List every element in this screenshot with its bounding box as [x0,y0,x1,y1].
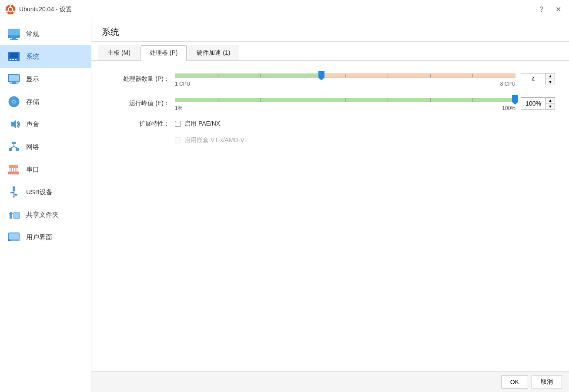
audio-icon [7,117,21,131]
sidebar-item-general[interactable]: 常规 [0,23,91,45]
sidebar-item-audio[interactable]: 声音 [0,113,91,136]
svg-rect-33 [17,168,17,172]
storage-icon [7,95,21,109]
sidebar-item-ui[interactable]: 用户界面 [0,226,91,249]
svg-rect-15 [9,75,19,81]
svg-rect-46 [11,239,20,241]
exec-cap-slider-track [175,96,515,104]
exec-cap-arrows: ▲ ▼ [546,98,555,109]
svg-point-3 [13,10,15,13]
cpu-count-up[interactable]: ▲ [546,73,555,79]
exec-cap-slider-thumb[interactable] [512,95,518,105]
cpu-count-slider-bg[interactable] [175,73,515,78]
svg-rect-13 [15,59,17,60]
tab-acceleration[interactable]: 硬件加速 (1) [187,45,239,60]
pae-checkbox-row: 启用 PAE/NX [175,120,244,128]
sidebar-label-audio: 声音 [26,120,39,129]
serial-icon [7,163,21,176]
vtx-checkbox[interactable] [175,137,181,143]
exec-cap-slider-bg[interactable] [175,98,515,102]
exec-cap-up[interactable]: ▲ [546,98,555,103]
sidebar-label-storage: 存储 [26,98,39,106]
main-layout: 常规 系统 [0,19,569,392]
svg-point-20 [13,101,15,103]
svg-rect-42 [13,213,20,219]
content-area: 系统 主板 (M) 处理器 (P) 硬件加速 (1) 处理器数量 (P)： [91,19,569,392]
ok-button[interactable]: OK [501,375,528,389]
tab-processor[interactable]: 处理器 (P) [141,45,187,61]
svg-rect-32 [15,168,16,172]
cpu-count-value: ▲ ▼ [521,73,555,85]
usb-icon [7,185,21,199]
tab-motherboard[interactable]: 主板 (M) [98,45,140,60]
svg-rect-45 [8,239,10,241]
ui-icon [7,230,21,244]
svg-rect-10 [10,53,18,58]
svg-rect-7 [12,38,16,39]
svg-marker-41 [13,196,15,198]
svg-rect-28 [8,172,19,174]
sidebar-item-usb[interactable]: USB设备 [0,181,91,203]
svg-rect-29 [10,168,10,172]
cancel-button[interactable]: 取消 [532,375,562,389]
svg-point-2 [10,5,12,7]
window-controls: ? ✕ [537,4,564,14]
pae-checkbox[interactable] [175,121,181,127]
tab-bar: 主板 (M) 处理器 (P) 硬件加速 (1) [91,42,569,61]
cpu-count-arrows: ▲ ▼ [546,73,555,85]
cpu-count-slider-thumb[interactable] [318,71,325,80]
extend-label: 扩展特性： [105,120,175,128]
svg-line-27 [14,146,17,148]
sidebar-label-ui: 用户界面 [26,233,52,242]
svg-rect-35 [13,186,15,191]
processor-tab-content: 处理器数量 (P)： [91,61,569,371]
svg-rect-44 [9,233,19,239]
svg-rect-12 [12,59,14,60]
sidebar-label-serial: 串口 [26,166,39,174]
sidebar-item-system[interactable]: 系统 [0,45,91,68]
close-button[interactable]: ✕ [553,4,564,14]
cpu-count-spinbox[interactable]: ▲ ▼ [521,73,555,85]
svg-rect-23 [9,148,12,151]
exec-cap-input[interactable] [521,98,546,109]
svg-rect-6 [8,29,20,35]
sidebar-item-storage[interactable]: 存储 [0,90,91,113]
sidebar-label-shared: 共享文件夹 [26,211,59,219]
sidebar-label-display: 显示 [26,75,39,83]
svg-rect-17 [10,83,18,84]
svg-marker-21 [11,120,16,129]
exec-cap-value: ▲ ▼ [521,97,555,110]
window-title: Ubuntu20.04 - 设置 [19,6,72,13]
app-icon [5,4,16,15]
title-bar: Ubuntu20.04 - 设置 ? ✕ [0,0,569,19]
help-button[interactable]: ? [537,5,546,14]
sidebar: 常规 系统 [0,19,91,392]
sidebar-item-serial[interactable]: 串口 [0,158,91,181]
svg-rect-24 [16,148,19,151]
sidebar-item-display[interactable]: 显示 [0,68,91,90]
general-icon [7,27,21,41]
exec-cap-row: 运行峰值 (E)： [105,96,555,111]
sidebar-item-shared[interactable]: 共享文件夹 [0,203,91,226]
vtx-checkbox-row: 启用嵌套 VT-x/AMD-V [175,136,244,144]
section-title: 系统 [102,26,559,38]
shared-icon [7,208,21,222]
cpu-count-down[interactable]: ▼ [546,79,555,85]
sidebar-label-usb: USB设备 [26,188,53,196]
cpu-count-slider-container: 1 CPU 8 CPU [175,71,515,87]
sidebar-item-network[interactable]: 网络 [0,136,91,158]
cpu-count-slider-track [175,71,515,80]
exec-cap-down[interactable]: ▼ [546,103,555,109]
exec-cap-spinbox[interactable]: ▲ ▼ [521,97,555,110]
cpu-count-input[interactable] [521,73,546,85]
exec-cap-label: 运行峰值 (E)： [105,100,175,107]
svg-rect-11 [10,59,11,60]
sidebar-label-network: 网络 [26,143,39,151]
display-icon [7,72,21,86]
svg-rect-16 [12,82,16,83]
exec-cap-slider-labels: 1% 100% [175,105,515,111]
cpu-count-label: 处理器数量 (P)： [105,75,175,83]
svg-rect-31 [13,168,14,172]
extend-features-row: 扩展特性： 启用 PAE/NX 启用嵌套 VT-x/AMD-V [105,120,555,149]
svg-rect-34 [9,165,18,168]
